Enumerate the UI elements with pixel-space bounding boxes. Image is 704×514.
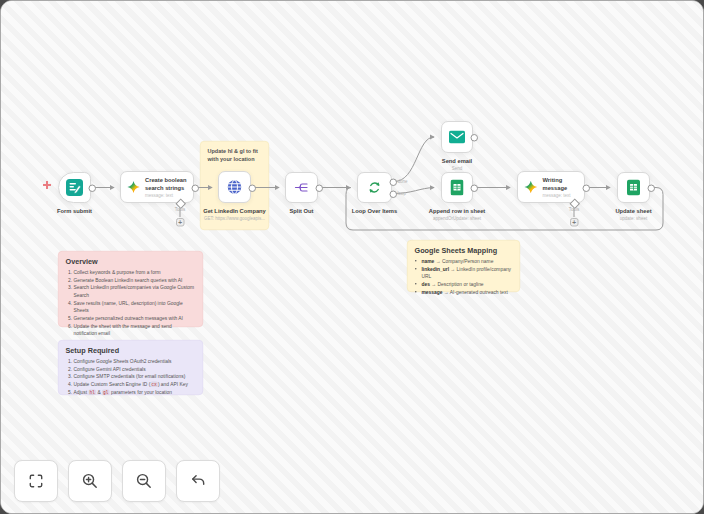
node-split-out[interactable] bbox=[285, 172, 318, 203]
node-label-append-row: Append row in sheet appendOrUpdate: shee… bbox=[402, 207, 512, 221]
sticky-note-sheets-mapping[interactable]: Google Sheets Mapping name → Company/Per… bbox=[407, 240, 520, 292]
node-label-form-submit: Form submit bbox=[20, 207, 130, 214]
note-list-item: Generate personalized outreach messages … bbox=[74, 315, 196, 322]
sticky-note-overview-list: Collect keywords & purpose from a formGe… bbox=[66, 269, 196, 338]
output-port-form-submit[interactable] bbox=[89, 185, 97, 193]
gemini-icon bbox=[127, 180, 140, 195]
note-list-item: Update Custom Search Engine ID (cx) and … bbox=[74, 381, 196, 388]
output-port-loop-done[interactable] bbox=[390, 179, 398, 187]
note-list-item: Configure SMTP credentials (for email no… bbox=[74, 373, 196, 380]
node-subtitle-writing-message: message: text bbox=[543, 192, 584, 197]
workflow-canvas[interactable]: Update hl & gl to fit with your location… bbox=[0, 0, 704, 514]
undo-button[interactable] bbox=[176, 460, 220, 502]
sticky-note-sheets-mapping-list: name → Company/Person namelinkedin_url →… bbox=[415, 258, 513, 296]
add-tool-button-create-boolean[interactable]: + bbox=[176, 218, 185, 227]
output-port-loop-loop[interactable] bbox=[390, 191, 398, 199]
node-title-writing-message: Writing message bbox=[543, 177, 584, 191]
zoom-in-icon bbox=[81, 472, 100, 491]
note-list-item: Configure Gemini API credentials bbox=[74, 365, 196, 372]
zoom-out-button[interactable] bbox=[122, 460, 166, 502]
split-out-icon bbox=[294, 180, 309, 195]
output-port-split-out[interactable] bbox=[316, 185, 324, 193]
output-port-append-row[interactable] bbox=[471, 185, 479, 193]
node-append-row[interactable] bbox=[441, 172, 473, 203]
note-list-item: Configure Google Sheets OAuth2 credentia… bbox=[74, 358, 196, 365]
output-port-get-linkedin[interactable] bbox=[249, 185, 257, 193]
trigger-issue-icon bbox=[43, 181, 51, 189]
zoom-out-icon bbox=[135, 472, 154, 491]
note-list-item: name → Company/Person name bbox=[422, 258, 513, 265]
note-list-item: Collect keywords & purpose from a form bbox=[74, 269, 196, 276]
add-tool-button-writing-message[interactable]: + bbox=[570, 218, 579, 227]
sticky-note-overview-title: Overview bbox=[66, 258, 196, 266]
output-port-send-email[interactable] bbox=[471, 134, 479, 142]
loop-icon bbox=[367, 180, 383, 196]
node-form-submit[interactable] bbox=[58, 172, 91, 203]
sticky-note-setup[interactable]: Setup Required Configure Google Sheets O… bbox=[58, 340, 203, 395]
node-label-update-sheet: Update sheet update: sheet bbox=[579, 207, 689, 221]
output-port-update-sheet[interactable] bbox=[648, 185, 656, 193]
email-icon bbox=[449, 131, 465, 144]
node-label-send-email: Send email Send bbox=[402, 157, 512, 171]
note-list-item: Generate Boolean LinkedIn search queries… bbox=[74, 276, 196, 283]
form-icon bbox=[66, 179, 83, 196]
node-create-boolean[interactable]: Create boolean search strings message: t… bbox=[120, 171, 194, 203]
node-title-create-boolean: Create boolean search strings bbox=[145, 177, 193, 191]
output-label-loop: loop bbox=[398, 191, 407, 196]
note-list-item: Save results (name, URL, description) in… bbox=[74, 299, 196, 314]
sheets-icon bbox=[627, 180, 640, 196]
note-list-item: message → AI-generated outreach text bbox=[422, 288, 513, 295]
zoom-in-button[interactable] bbox=[68, 460, 112, 502]
output-port-create-boolean[interactable] bbox=[192, 185, 200, 193]
sticky-note-setup-title: Setup Required bbox=[66, 347, 196, 355]
output-label-done: done bbox=[398, 179, 408, 184]
note-list-item: des → Description or tagline bbox=[422, 281, 513, 288]
undo-icon bbox=[189, 472, 208, 491]
note-list-item: linkedin_url → LinkedIn profile/company … bbox=[422, 265, 513, 280]
node-subtitle-create-boolean: message: text bbox=[145, 192, 193, 197]
canvas-stage[interactable]: Update hl & gl to fit with your location… bbox=[1, 1, 704, 514]
node-get-linkedin[interactable] bbox=[218, 171, 251, 203]
sheets-icon bbox=[451, 180, 464, 196]
node-loop-over-items[interactable] bbox=[357, 172, 392, 203]
sticky-note-sheets-mapping-title: Google Sheets Mapping bbox=[415, 247, 513, 255]
note-list-item: Update the sheet with the message and se… bbox=[74, 322, 196, 337]
output-port-writing-message[interactable] bbox=[583, 185, 591, 193]
globe-icon bbox=[227, 179, 243, 195]
zoom-to-fit-icon bbox=[27, 472, 46, 491]
sticky-note-overview[interactable]: Overview Collect keywords & purpose from… bbox=[58, 251, 203, 327]
gemini-icon bbox=[524, 180, 538, 195]
sticky-note-setup-list: Configure Google Sheets OAuth2 credentia… bbox=[66, 358, 196, 397]
note-list-item: Search LinkedIn profiles/companies via G… bbox=[74, 284, 196, 299]
node-send-email[interactable] bbox=[441, 121, 473, 153]
node-update-sheet[interactable] bbox=[617, 172, 650, 203]
sticky-note-location-text: Update hl & gl to fit with your location bbox=[208, 148, 262, 164]
note-list-item: Adjust hl & gl parameters for your locat… bbox=[74, 389, 196, 396]
zoom-to-fit-button[interactable] bbox=[14, 460, 58, 502]
